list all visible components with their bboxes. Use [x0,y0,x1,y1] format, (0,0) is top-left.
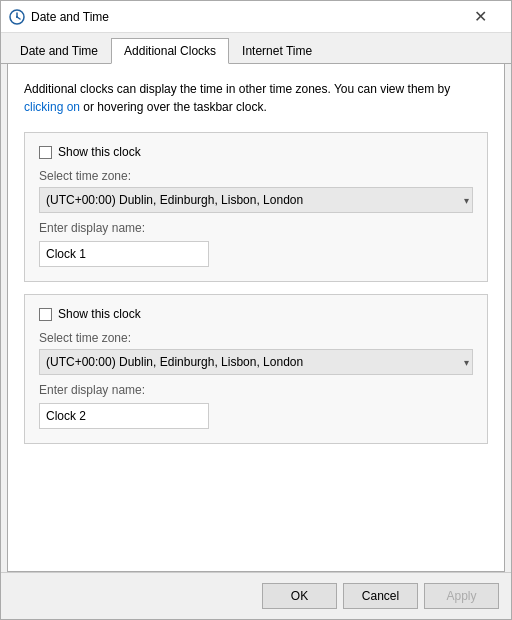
ok-button[interactable]: OK [262,583,337,609]
footer: OK Cancel Apply [1,572,511,619]
tab-additional-clocks[interactable]: Additional Clocks [111,38,229,64]
tab-bar: Date and Time Additional Clocks Internet… [1,33,511,64]
clock2-show-label: Show this clock [58,307,141,321]
clock1-display-name-input[interactable] [39,241,209,267]
clock2-timezone-select[interactable]: (UTC+00:00) Dublin, Edinburgh, Lisbon, L… [39,349,473,375]
tab-internet-time[interactable]: Internet Time [229,38,325,64]
clock2-display-name-input[interactable] [39,403,209,429]
clock1-checkbox-label[interactable]: Show this clock [39,145,141,159]
clock1-timezone-select[interactable]: (UTC+00:00) Dublin, Edinburgh, Lisbon, L… [39,187,473,213]
title-bar: Date and Time ✕ [1,1,511,33]
tab-content: Additional clocks can display the time i… [7,64,505,572]
clock2-section: Show this clock Select time zone: (UTC+0… [24,294,488,444]
tab-date-time[interactable]: Date and Time [7,38,111,64]
description-link-clicking: clicking on [24,100,80,114]
clock2-show-row: Show this clock [39,307,473,321]
clock1-section: Show this clock Select time zone: (UTC+0… [24,132,488,282]
svg-point-3 [16,16,18,18]
apply-button[interactable]: Apply [424,583,499,609]
clock2-display-name-label: Enter display name: [39,383,473,397]
clock2-timezone-label: Select time zone: [39,331,473,345]
clock2-checkbox-label[interactable]: Show this clock [39,307,141,321]
clock1-show-row: Show this clock [39,145,473,159]
window: Date and Time ✕ Date and Time Additional… [0,0,512,620]
clock2-checkbox[interactable] [39,308,52,321]
clock1-timezone-label: Select time zone: [39,169,473,183]
window-icon [9,9,25,25]
close-button[interactable]: ✕ [457,1,503,33]
window-title: Date and Time [31,10,457,24]
clock1-display-name-label: Enter display name: [39,221,473,235]
clock1-show-label: Show this clock [58,145,141,159]
clock2-timezone-wrapper: (UTC+00:00) Dublin, Edinburgh, Lisbon, L… [39,349,473,375]
clock1-timezone-wrapper: (UTC+00:00) Dublin, Edinburgh, Lisbon, L… [39,187,473,213]
cancel-button[interactable]: Cancel [343,583,418,609]
description-text: Additional clocks can display the time i… [24,80,488,116]
clock1-checkbox[interactable] [39,146,52,159]
